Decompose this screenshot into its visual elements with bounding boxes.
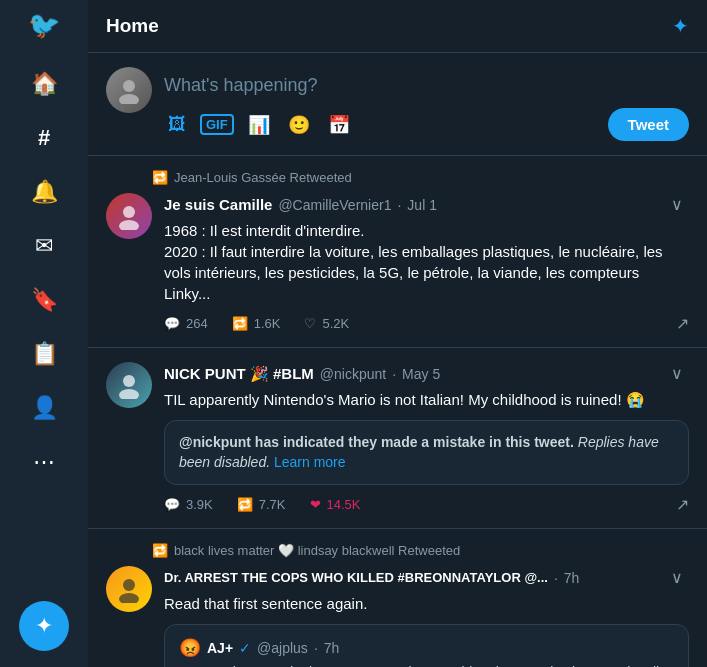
reply-count-2: 3.9K — [186, 497, 213, 512]
tweet-header-3: Dr. ARREST THE COPS WHO KILLED #BREONNAT… — [164, 566, 689, 589]
nested-tweet-3: 😡 AJ+ ✓ @ajplus · 7h Drug makers sued Mi… — [164, 624, 689, 667]
like-icon-2: ❤ — [310, 497, 321, 512]
compose-box: What's happening? 🖼 GIF 📊 🙂 📅 Tweet — [88, 53, 707, 156]
tweet-avatar-3[interactable] — [106, 566, 152, 612]
lists-icon: 📋 — [31, 341, 58, 367]
tweet-header-left-1: Je suis Camille @CamilleVernier1 · Jul 1 — [164, 196, 437, 213]
profile-icon: 👤 — [31, 395, 58, 421]
svg-point-5 — [119, 389, 139, 399]
retweet-by-3: black lives matter 🤍 lindsay blackwell R… — [174, 543, 460, 558]
retweet-count-2: 7.7K — [259, 497, 286, 512]
compose-placeholder[interactable]: What's happening? — [164, 67, 689, 108]
sidebar-item-home[interactable]: 🏠 — [19, 59, 69, 109]
tweet-avatar-1[interactable] — [106, 193, 152, 239]
sparkle-icon[interactable]: ✦ — [672, 14, 689, 38]
tweet-feed: 🔁 Jean-Louis Gassée Retweeted Je suis Ca… — [88, 156, 707, 667]
tweet-dot-2: · — [392, 366, 396, 382]
mail-icon: ✉ — [35, 233, 53, 259]
tweet-actions-2: 💬 3.9K 🔁 7.7K ❤ 14.5K ↗ — [164, 495, 689, 514]
svg-point-6 — [123, 579, 135, 591]
share-icon-2[interactable]: ↗ — [676, 495, 689, 514]
retweet-icon: 🔁 — [152, 170, 168, 185]
sidebar-item-profile[interactable]: 👤 — [19, 383, 69, 433]
retweet-action-icon-1: 🔁 — [232, 316, 248, 331]
bookmark-icon: 🔖 — [31, 287, 58, 313]
tweet-row-1: Je suis Camille @CamilleVernier1 · Jul 1… — [106, 193, 689, 333]
reply-action-2[interactable]: 💬 3.9K — [164, 497, 213, 512]
tweet-chevron-1[interactable]: ∨ — [665, 193, 689, 216]
svg-point-0 — [123, 80, 135, 92]
tweet-3: 🔁 black lives matter 🤍 lindsay blackwell… — [88, 529, 707, 667]
reply-action-1[interactable]: 💬 264 — [164, 316, 208, 331]
tweet-1: 🔁 Jean-Louis Gassée Retweeted Je suis Ca… — [88, 156, 707, 348]
gif-icon[interactable]: GIF — [200, 114, 234, 135]
retweet-by-1: Jean-Louis Gassée Retweeted — [174, 170, 352, 185]
nested-text: Drug makers sued Minnesota over a law re… — [179, 663, 674, 667]
tweet-actions-1: 💬 264 🔁 1.6K ♡ 5.2K ↗ — [164, 314, 689, 333]
svg-point-7 — [119, 593, 139, 603]
retweet-action-icon-2: 🔁 — [237, 497, 253, 512]
tweet-body-2: NICK PUNT 🎉 #BLM @nickpunt · May 5 ∨ TIL… — [164, 362, 689, 514]
tweet-name-2: NICK PUNT 🎉 #BLM — [164, 365, 314, 383]
compose-avatar — [106, 67, 152, 113]
verified-icon-3: ✓ — [239, 640, 251, 656]
compose-button[interactable]: ✦ — [19, 601, 69, 651]
like-count-2: 14.5K — [327, 497, 361, 512]
tweet-avatar-2[interactable] — [106, 362, 152, 408]
sidebar-item-messages[interactable]: ✉ — [19, 221, 69, 271]
like-action-2[interactable]: ❤ 14.5K — [310, 497, 361, 512]
sidebar-item-explore[interactable]: # — [19, 113, 69, 163]
sidebar-item-lists[interactable]: 📋 — [19, 329, 69, 379]
quote-text-2: @nickpunt has indicated they made a mist… — [179, 433, 674, 472]
like-count-1: 5.2K — [322, 316, 349, 331]
retweet-action-2[interactable]: 🔁 7.7K — [237, 497, 286, 512]
nested-dot: · — [314, 640, 318, 656]
tweet-text-1: 1968 : Il est interdit d'interdire. 2020… — [164, 220, 689, 304]
quote-box-2: @nickpunt has indicated they made a mist… — [164, 420, 689, 485]
retweet-label-1: 🔁 Jean-Louis Gassée Retweeted — [152, 170, 689, 185]
tweet-date-1: Jul 1 — [407, 197, 437, 213]
home-icon: 🏠 — [31, 71, 58, 97]
sidebar-item-notifications[interactable]: 🔔 — [19, 167, 69, 217]
sidebar: 🐦 🏠 # 🔔 ✉ 🔖 📋 👤 ⋯ ✦ — [0, 0, 88, 667]
tweet-row-3: Dr. ARREST THE COPS WHO KILLED #BREONNAT… — [106, 566, 689, 667]
tweet-date-3: 7h — [564, 570, 580, 586]
page-title: Home — [106, 15, 159, 37]
compose-toolbar: 🖼 GIF 📊 🙂 📅 Tweet — [164, 108, 689, 141]
nested-name: AJ+ — [207, 640, 233, 656]
tweet-chevron-2[interactable]: ∨ — [665, 362, 689, 385]
twitter-logo[interactable]: 🐦 — [28, 10, 60, 41]
tweet-handle-2: @nickpunt — [320, 366, 386, 382]
tweet-header-1: Je suis Camille @CamilleVernier1 · Jul 1… — [164, 193, 689, 216]
tweet-chevron-3[interactable]: ∨ — [665, 566, 689, 589]
more-icon: ⋯ — [33, 449, 55, 475]
svg-point-2 — [123, 206, 135, 218]
sidebar-item-bookmarks[interactable]: 🔖 — [19, 275, 69, 325]
compose-area: What's happening? 🖼 GIF 📊 🙂 📅 Tweet — [164, 67, 689, 141]
retweet-action-1[interactable]: 🔁 1.6K — [232, 316, 281, 331]
image-upload-icon[interactable]: 🖼 — [164, 110, 190, 139]
tweet-header-2: NICK PUNT 🎉 #BLM @nickpunt · May 5 ∨ — [164, 362, 689, 385]
tweet-date-2: May 5 — [402, 366, 440, 382]
svg-point-3 — [119, 220, 139, 230]
like-icon-1: ♡ — [304, 316, 316, 331]
reply-count-1: 264 — [186, 316, 208, 331]
retweet-label-3: 🔁 black lives matter 🤍 lindsay blackwell… — [152, 543, 689, 558]
quote-mention: @nickpunt has indicated they made a mist… — [179, 434, 574, 450]
tweet-name-1: Je suis Camille — [164, 196, 272, 213]
poll-icon[interactable]: 📊 — [244, 110, 274, 140]
tweet-text-3: Read that first sentence again. — [164, 593, 689, 614]
sidebar-item-more[interactable]: ⋯ — [19, 437, 69, 487]
share-icon-1[interactable]: ↗ — [676, 314, 689, 333]
tweet-button[interactable]: Tweet — [608, 108, 689, 141]
tweet-body-3: Dr. ARREST THE COPS WHO KILLED #BREONNAT… — [164, 566, 689, 667]
tweet-header-left-3: Dr. ARREST THE COPS WHO KILLED #BREONNAT… — [164, 570, 579, 586]
tweet-text-2: TIL apparently Nintendo's Mario is not I… — [164, 389, 689, 410]
like-action-1[interactable]: ♡ 5.2K — [304, 316, 349, 331]
tweet-dot-1: · — [397, 197, 401, 213]
schedule-icon[interactable]: 📅 — [324, 110, 354, 140]
learn-more-link[interactable]: Learn more — [274, 454, 346, 470]
retweet-icon-3: 🔁 — [152, 543, 168, 558]
emoji-icon[interactable]: 🙂 — [284, 110, 314, 140]
hashtag-icon: # — [38, 125, 50, 151]
